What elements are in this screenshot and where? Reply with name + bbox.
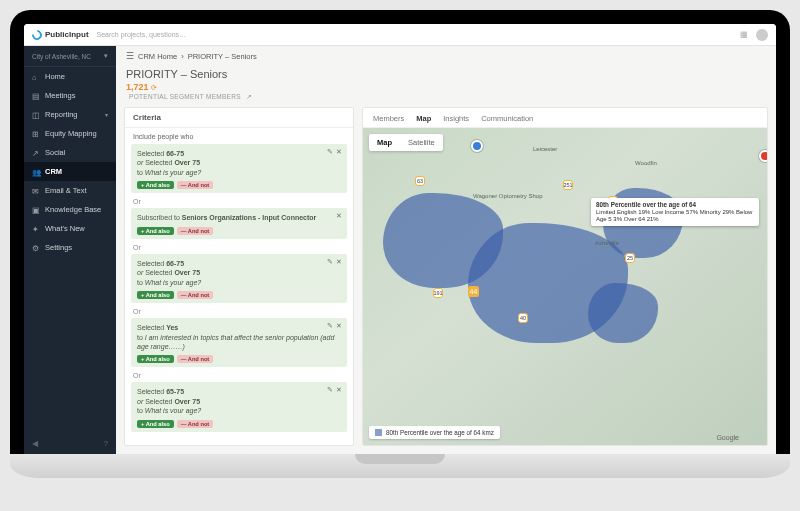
- brand-text: PublicInput: [45, 30, 89, 39]
- crumb-current: PRIORITY – Seniors: [188, 52, 257, 61]
- criteria-line: to I am interested in topics that affect…: [137, 333, 341, 352]
- tab-members[interactable]: Members: [373, 114, 404, 127]
- book-icon: ▣: [32, 206, 40, 214]
- sidebar-item-label: Meetings: [45, 91, 75, 100]
- close-icon[interactable]: ✕: [336, 322, 342, 330]
- map-place-label: Woodfin: [635, 160, 657, 166]
- sidebar-item-label: CRM: [45, 167, 62, 176]
- criteria-line: or Selected Over 75: [137, 397, 341, 406]
- calendar-icon: ▤: [32, 92, 40, 100]
- edit-icon[interactable]: ✎: [327, 386, 333, 394]
- sidebar-item-crm[interactable]: 👥CRM: [24, 162, 116, 181]
- sidebar-item-email-text[interactable]: ✉Email & Text: [24, 181, 116, 200]
- crumb-root[interactable]: CRM Home: [138, 52, 177, 61]
- sidebar-item-label: Reporting: [45, 110, 78, 119]
- criteria-line: to What is your age?: [137, 278, 341, 287]
- and-also-chip[interactable]: + And also: [137, 181, 174, 189]
- global-search[interactable]: Search projects, questions…: [97, 31, 732, 38]
- brand-icon: [30, 27, 44, 41]
- avatar[interactable]: [756, 29, 768, 41]
- tooltip-title: 80th Percentile over the age of 64: [596, 201, 754, 209]
- chart-icon: ◫: [32, 111, 40, 119]
- criteria-or: Or: [131, 195, 347, 208]
- sidebar-item-what-s-new[interactable]: ✦What's New: [24, 219, 116, 238]
- map-marker-blue[interactable]: [471, 140, 483, 152]
- sidebar-item-label: What's New: [45, 224, 85, 233]
- and-also-chip[interactable]: + And also: [137, 420, 174, 428]
- and-also-chip[interactable]: + And also: [137, 227, 174, 235]
- sidebar-item-meetings[interactable]: ▤Meetings: [24, 86, 116, 105]
- sidebar-item-knowledge-base[interactable]: ▣Knowledge Base: [24, 200, 116, 219]
- and-not-chip[interactable]: — And not: [177, 181, 214, 189]
- help-icon[interactable]: ?: [104, 439, 108, 448]
- detail-panel: MembersMapInsightsCommunication Leiceste…: [362, 107, 768, 446]
- and-not-chip[interactable]: — And not: [177, 420, 214, 428]
- chevron-right-icon: ›: [181, 52, 184, 61]
- sidebar-item-social[interactable]: ↗Social: [24, 143, 116, 162]
- star-icon: ✦: [32, 225, 40, 233]
- sidebar-item-home[interactable]: ⌂Home: [24, 67, 116, 86]
- sidebar-item-label: Settings: [45, 243, 72, 252]
- refresh-icon[interactable]: ⟳: [151, 84, 157, 91]
- criteria-line: to What is your age?: [137, 168, 341, 177]
- map-marker-red[interactable]: [759, 150, 768, 162]
- sidebar-item-label: Equity Mapping: [45, 129, 97, 138]
- map-legend[interactable]: 80th Percentile over the age of 64 kmz: [369, 426, 500, 439]
- criteria-include: Include people who: [125, 128, 353, 140]
- map-type-toggle: Map Satellite: [369, 134, 443, 151]
- route-shield: 63: [415, 176, 425, 186]
- tab-communication[interactable]: Communication: [481, 114, 533, 127]
- google-logo: Google: [716, 434, 739, 441]
- and-not-chip[interactable]: — And not: [177, 355, 214, 363]
- and-also-chip[interactable]: + And also: [137, 291, 174, 299]
- topbar: PublicInput Search projects, questions… …: [24, 24, 776, 46]
- sidebar-item-reporting[interactable]: ◫Reporting▾: [24, 105, 116, 124]
- tab-insights[interactable]: Insights: [443, 114, 469, 127]
- criteria-line: or Selected Over 75: [137, 158, 341, 167]
- criteria-panel: Criteria Include people who ✎✕Selected 6…: [124, 107, 354, 446]
- grid-icon[interactable]: ▦: [740, 30, 748, 39]
- edit-icon[interactable]: ✎: [327, 258, 333, 266]
- brand-logo[interactable]: PublicInput: [32, 30, 89, 40]
- external-link-icon[interactable]: ↗: [246, 93, 252, 100]
- map-canvas[interactable]: LeicesterWoodfinWagoner Optometry ShopAs…: [363, 128, 767, 445]
- criteria-block: ✎✕Selected 66-75or Selected Over 75to Wh…: [131, 254, 347, 303]
- criteria-line: Selected Yes: [137, 323, 341, 332]
- org-switcher[interactable]: City of Asheville, NC ▾: [24, 46, 116, 67]
- criteria-block: ✎✕Selected 65-75or Selected Over 75to Wh…: [131, 382, 347, 431]
- edit-icon[interactable]: ✎: [327, 148, 333, 156]
- share-icon: ↗: [32, 149, 40, 157]
- close-icon[interactable]: ✕: [336, 386, 342, 394]
- map-type-map[interactable]: Map: [369, 134, 400, 151]
- edit-icon[interactable]: ✎: [327, 322, 333, 330]
- tab-map[interactable]: Map: [416, 114, 431, 127]
- org-label: City of Asheville, NC: [32, 53, 91, 60]
- segment-count: 1,721: [126, 82, 149, 92]
- criteria-line: Selected 65-75: [137, 387, 341, 396]
- criteria-or: Or: [131, 305, 347, 318]
- criteria-line: Selected 66-75: [137, 149, 341, 158]
- close-icon[interactable]: ✕: [336, 148, 342, 156]
- segment-sub: POTENTIAL SEGMENT MEMBERS: [129, 93, 241, 100]
- map-place-label: Leicester: [533, 146, 557, 152]
- and-not-chip[interactable]: — And not: [177, 291, 214, 299]
- route-shield: 25: [625, 253, 635, 263]
- sidebar: City of Asheville, NC ▾ ⌂Home▤Meetings◫R…: [24, 46, 116, 454]
- and-also-chip[interactable]: + And also: [137, 355, 174, 363]
- menu-icon[interactable]: ☰: [126, 51, 134, 61]
- criteria-line: to What is vour age?: [137, 406, 341, 415]
- and-not-chip[interactable]: — And not: [177, 227, 214, 235]
- criteria-block: ✎✕Selected Yesto I am interested in topi…: [131, 318, 347, 367]
- close-icon[interactable]: ✕: [336, 258, 342, 266]
- close-icon[interactable]: ✕: [336, 212, 342, 220]
- map-cluster[interactable]: 44: [468, 286, 479, 297]
- collapse-icon[interactable]: ◀: [32, 439, 38, 448]
- legend-swatch: [375, 429, 382, 436]
- sidebar-item-equity-mapping[interactable]: ⊞Equity Mapping: [24, 124, 116, 143]
- mail-icon: ✉: [32, 187, 40, 195]
- legend-label: 80th Percentile over the age of 64 kmz: [386, 429, 494, 436]
- sidebar-item-settings[interactable]: ⚙Settings: [24, 238, 116, 257]
- route-shield: 40: [518, 313, 528, 323]
- map-type-satellite[interactable]: Satellite: [400, 134, 443, 151]
- criteria-header: Criteria: [125, 108, 353, 128]
